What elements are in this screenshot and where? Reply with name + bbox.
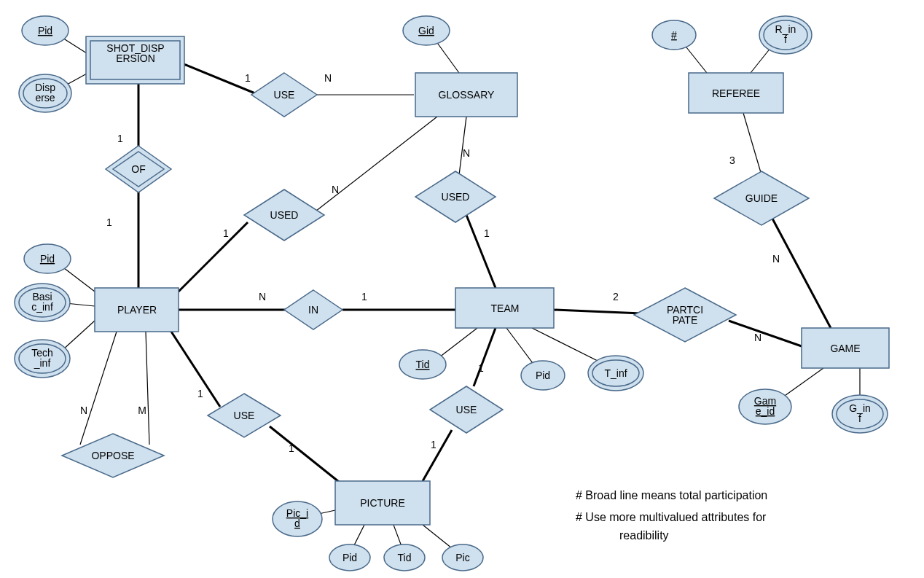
svg-line-32	[772, 219, 831, 328]
svg-text:OF: OF	[131, 163, 145, 175]
svg-line-4	[306, 117, 437, 219]
attr-sd-pid: Pid	[22, 16, 68, 45]
svg-text:Tid: Tid	[398, 552, 412, 563]
card-gm-part: N	[754, 332, 761, 343]
card-gl-used-tm: N	[463, 147, 470, 159]
svg-text:OPPOSE: OPPOSE	[91, 450, 134, 461]
card-sd-of: 1	[117, 133, 123, 144]
attr-pic-tid: Tid	[384, 544, 425, 571]
svg-text:GAME: GAME	[830, 343, 860, 354]
svg-line-33	[171, 332, 220, 407]
rel-used-tm-gl: USED	[415, 171, 496, 222]
card-pl-opp-m: M	[138, 405, 146, 416]
entity-game: GAME	[802, 328, 889, 368]
attr-tm-tid: Tid	[399, 350, 446, 379]
attr-ref-rinf: R_inf	[759, 16, 812, 54]
rel-use-pl-pic: USE	[208, 394, 281, 437]
card-tm-in: 1	[361, 291, 367, 302]
entity-referee: REFEREE	[689, 73, 783, 113]
svg-text:Pid: Pid	[536, 370, 550, 381]
svg-text:Pid: Pid	[342, 552, 357, 563]
svg-line-31	[729, 321, 802, 346]
rel-oppose: OPPOSE	[62, 434, 164, 477]
svg-text:USED: USED	[270, 209, 299, 221]
rel-participate: PARTCIPATE	[634, 288, 736, 342]
card-pic-use-tm: 1	[431, 439, 436, 450]
card-ref-guide: 3	[729, 155, 735, 166]
attr-gm-gameid: Game_id	[739, 389, 791, 424]
rel-use-tm-pic: USE	[430, 386, 503, 433]
attr-pl-tech: Tech_inf	[15, 340, 70, 378]
entity-player: PLAYER	[95, 288, 179, 332]
svg-text:USE: USE	[456, 404, 477, 415]
card-tm-part: 2	[613, 291, 619, 302]
svg-text:T_inf: T_inf	[604, 367, 627, 379]
svg-text:USE: USE	[234, 410, 255, 421]
svg-line-22	[146, 332, 149, 445]
rel-guide: GUIDE	[714, 171, 809, 225]
svg-text:USE: USE	[274, 89, 295, 101]
card-gl-used-pl: N	[332, 184, 339, 195]
svg-text:IN: IN	[308, 304, 318, 316]
entity-team: TEAM	[455, 288, 554, 328]
svg-line-29	[466, 215, 496, 288]
svg-text:Pic: Pic	[455, 552, 469, 563]
svg-line-8	[743, 113, 761, 175]
svg-text:#: #	[671, 29, 677, 41]
svg-text:TEAM: TEAM	[491, 302, 520, 314]
attr-gl-gid: Gid	[403, 16, 450, 45]
card-gl-use: N	[324, 72, 332, 84]
svg-text:Disperse: Disperse	[35, 82, 55, 104]
attr-tm-tinf: T_inf	[588, 356, 643, 391]
attr-pic-pic: Pic	[442, 544, 483, 571]
card-pl-in: N	[259, 291, 266, 302]
svg-text:Tid: Tid	[416, 359, 430, 370]
attr-ref-num: #	[652, 20, 696, 50]
entity-shot-dispersion: SHOT_DISPERSION	[86, 36, 184, 84]
note-line1: # Broad line means total participation	[576, 489, 767, 501]
svg-text:Gid: Gid	[418, 25, 434, 36]
svg-line-36	[423, 430, 452, 481]
card-gm-guide: N	[772, 253, 780, 265]
svg-text:REFEREE: REFEREE	[712, 87, 760, 99]
svg-text:Basic_inf: Basic_inf	[31, 291, 53, 313]
svg-text:USED: USED	[442, 191, 470, 203]
rel-use-sd-gl: USE	[251, 73, 317, 117]
rel-in: IN	[284, 290, 342, 329]
svg-text:Pid: Pid	[40, 253, 55, 265]
card-pic-use-pl: 1	[289, 442, 294, 454]
svg-text:PICTURE: PICTURE	[360, 497, 404, 509]
entity-picture: PICTURE	[335, 481, 430, 525]
svg-line-30	[554, 310, 641, 313]
svg-line-21	[80, 332, 117, 445]
svg-line-34	[270, 426, 342, 485]
card-sd-use: 1	[245, 72, 251, 84]
svg-text:PLAYER: PLAYER	[117, 304, 157, 316]
card-tm-used: 1	[484, 227, 490, 239]
svg-text:GLOSSARY: GLOSSARY	[439, 89, 495, 101]
attr-gm-ginf: G_inf	[832, 395, 888, 433]
svg-line-23	[179, 62, 255, 93]
card-pl-use-pic: 1	[197, 388, 203, 399]
svg-text:Pid: Pid	[38, 25, 52, 36]
svg-line-26	[179, 222, 248, 292]
card-pl-opp-n: N	[80, 405, 87, 416]
note-line2: # Use more multivalued attributes for	[576, 511, 767, 523]
attr-pl-pid: Pid	[24, 244, 71, 273]
card-pl-of: 1	[106, 216, 112, 228]
svg-line-35	[474, 328, 496, 386]
attr-pic-pid: Pid	[329, 544, 370, 571]
attr-tm-pid: Pid	[521, 361, 565, 390]
er-diagram: 1 N 1 1 1 N N 1 3 N N 1 2 N N M 1 1 1 1 …	[0, 0, 924, 578]
card-pl-used: 1	[223, 227, 229, 239]
note-line3: readibility	[619, 529, 669, 542]
svg-line-5	[459, 117, 466, 175]
svg-text:Tech_inf: Tech_inf	[31, 347, 53, 369]
card-tm-use-pic: 1	[478, 362, 484, 374]
svg-text:Game_id: Game_id	[754, 395, 776, 417]
svg-text:GUIDE: GUIDE	[745, 192, 778, 204]
attr-pic-picid: Pic_id	[273, 501, 322, 536]
attr-sd-disperse: Disperse	[19, 74, 71, 112]
entity-glossary: GLOSSARY	[415, 73, 517, 117]
rel-of: OF	[106, 146, 171, 192]
